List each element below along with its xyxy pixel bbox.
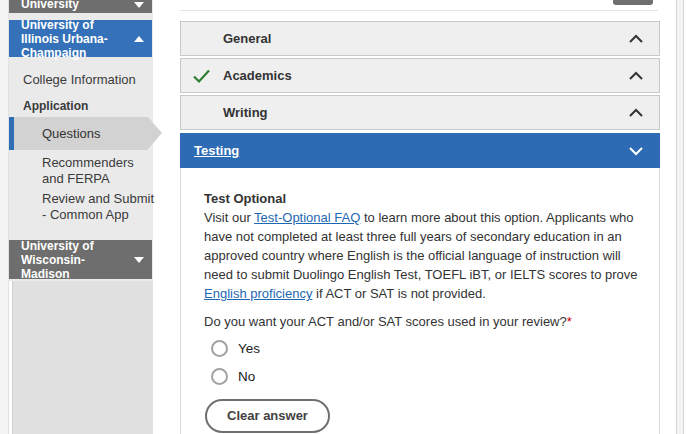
scrollbar-track[interactable]	[676, 0, 684, 434]
college-name: New York University	[21, 0, 130, 11]
complete-check-icon	[192, 68, 211, 83]
selected-item-arrow	[148, 117, 162, 149]
accordion-section-testing[interactable]: Testing	[180, 133, 660, 168]
accordion-section-academics[interactable]: Academics	[180, 58, 660, 93]
radio-button-icon[interactable]	[211, 340, 228, 357]
sidebar-college-illinois-urbana-champaign[interactable]: University of Illinois Urbana-Champaign	[9, 20, 152, 57]
sidebar-item-review-and-submit[interactable]: Review and Submit - Common App	[42, 191, 154, 223]
sidebar-item-label: Questions	[42, 126, 101, 141]
test-optional-faq-link[interactable]: Test-Optional FAQ	[254, 210, 360, 225]
radio-option-yes[interactable]: Yes	[211, 340, 651, 357]
cropped-toolbar-button[interactable]	[613, 0, 653, 5]
sidebar-item-questions[interactable]: Questions	[9, 117, 148, 150]
sidebar-gutter	[0, 0, 9, 434]
section-label: General	[181, 31, 271, 46]
chevron-up-icon	[628, 71, 644, 81]
section-label: Writing	[181, 105, 268, 120]
college-name: University of Wisconsin-Madison	[21, 239, 130, 281]
radio-label: No	[238, 369, 255, 384]
sidebar-item-college-information[interactable]: College Information	[9, 63, 152, 96]
sidebar-group-application: Application	[23, 99, 88, 113]
english-proficiency-link[interactable]: English proficiency	[204, 286, 312, 301]
test-optional-heading: Test Optional	[204, 189, 651, 208]
clear-answer-button[interactable]: Clear answer	[205, 399, 330, 433]
college-name: University of Illinois Urbana-Champaign	[21, 18, 130, 60]
act-sat-question: Do you want your ACT and/or SAT scores u…	[204, 314, 651, 329]
sidebar-lower-background	[12, 281, 153, 434]
paragraph-text: if ACT or SAT is not provided.	[312, 286, 485, 301]
chevron-up-icon	[628, 108, 644, 118]
question-text: Do you want your ACT and/or SAT scores u…	[204, 314, 567, 329]
sidebar-item-recommenders-ferpa[interactable]: Recommenders and FERPA	[42, 155, 154, 187]
radio-option-no[interactable]: No	[211, 368, 651, 385]
college-sidebar: New York University University of Illino…	[0, 0, 153, 434]
testing-section-content: Test Optional Visit our Test-Optional FA…	[180, 168, 660, 434]
radio-button-icon[interactable]	[211, 368, 228, 385]
chevron-up-icon	[628, 34, 644, 44]
sidebar-college-wisconsin-madison[interactable]: University of Wisconsin-Madison	[9, 240, 152, 279]
accordion-section-writing[interactable]: Writing	[180, 95, 660, 130]
toolbar-divider	[180, 10, 658, 11]
test-optional-paragraph: Visit our Test-Optional FAQ to learn mor…	[204, 208, 653, 303]
accordion-section-general[interactable]: General	[180, 21, 660, 56]
radio-label: Yes	[238, 341, 260, 356]
section-label: Testing	[181, 143, 239, 158]
paragraph-text: Visit our	[204, 210, 254, 225]
chevron-down-icon	[628, 146, 644, 156]
chevron-up-icon	[134, 36, 144, 42]
required-asterisk: *	[567, 314, 572, 329]
chevron-down-icon	[134, 2, 144, 8]
chevron-down-icon	[134, 257, 144, 263]
application-page: New York University University of Illino…	[0, 0, 690, 434]
sidebar-college-new-york-university[interactable]: New York University	[9, 0, 152, 13]
